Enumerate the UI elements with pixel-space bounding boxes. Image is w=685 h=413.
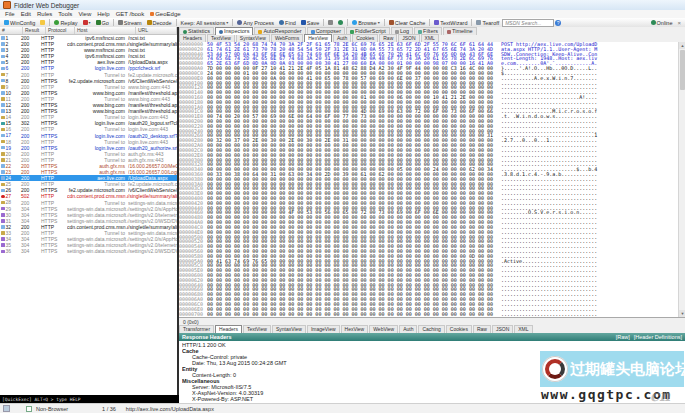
hex-view[interactable]: 0000000050 4F 53 54 20 68 74 74 70 3A 2F… — [179, 42, 678, 317]
session-icon — [1, 103, 5, 107]
toolbar-button-label: Browse — [358, 20, 376, 26]
tab-label: HexView — [345, 326, 365, 333]
tab-timeline[interactable]: Timeline — [443, 27, 477, 35]
scroll-down-icon[interactable]: ▼ — [679, 310, 685, 317]
request-tab-json[interactable]: JSON — [398, 34, 419, 42]
tab-label: TextView — [211, 35, 231, 42]
window-title: Fiddler Web Debugger — [14, 2, 79, 9]
toolbar-button-item[interactable]: ▾ — [81, 20, 93, 25]
request-tab-headers[interactable]: Headers — [179, 34, 206, 42]
menu-item-label: Edit — [21, 11, 31, 17]
request-tab-hexview[interactable]: HexView — [304, 34, 332, 42]
request-tab-cookies[interactable]: Cookies — [352, 34, 378, 42]
autoresponder-icon — [258, 30, 262, 34]
toolbar-button-tearoff[interactable]: Tearoff — [474, 20, 501, 26]
session-count: 1 / 36 — [102, 406, 116, 412]
process-filter-checkbox-icon[interactable] — [26, 406, 32, 412]
response-tab-xml[interactable]: XML — [514, 325, 532, 333]
response-tab-imageview[interactable]: ImageView — [307, 325, 340, 333]
request-tab-webforms[interactable]: WebForms — [271, 34, 303, 42]
response-tab-textview[interactable]: TextView — [243, 325, 271, 333]
scroll-thumb[interactable] — [680, 50, 685, 90]
hex-scrollbar[interactable]: ▲ ▼ — [678, 42, 685, 317]
response-tab-auth[interactable]: Auth — [399, 325, 417, 333]
scroll-up-icon[interactable]: ▲ — [679, 42, 685, 49]
response-headers-link-raw[interactable]: [Raw] — [616, 333, 630, 341]
menu-item-label: File — [5, 11, 15, 17]
session-row[interactable]: 36304HTTPSsettings-win.data.microsoft.co… — [0, 248, 177, 254]
toolbar-button-item[interactable] — [326, 20, 335, 25]
response-tab-syntaxview[interactable]: SyntaxView — [272, 325, 306, 333]
tab-label: Inspectors — [224, 28, 249, 35]
toolbar-button-find[interactable]: Find — [277, 20, 298, 26]
column-header-item[interactable]: # — [0, 27, 23, 34]
hex-row: 0000070000 00 00 00 00 00 00 00 00 00 00… — [179, 312, 678, 317]
menu-item-get-book[interactable]: GET /book — [113, 11, 148, 17]
request-tab-xml[interactable]: XML — [421, 34, 439, 42]
toolbar-button-item[interactable] — [336, 20, 345, 25]
toolbar-button-any-process[interactable]: Any Process — [235, 20, 276, 26]
redirect-icon — [1, 122, 5, 126]
tab-inspectors[interactable]: Inspectors — [215, 27, 253, 35]
online-icon — [651, 20, 656, 25]
response-tab-transformer[interactable]: Transformer — [179, 325, 214, 333]
session-protocol: HTTPS — [41, 248, 67, 254]
tab-label: Auth — [403, 326, 413, 333]
menu-item-view[interactable]: View — [75, 11, 94, 17]
msdn-search-input[interactable]: MSDN Search... — [502, 19, 554, 27]
toolbar-button-browse[interactable]: Browse▾ — [350, 20, 381, 26]
column-header-url[interactable]: URL — [136, 27, 177, 34]
request-tab-textview[interactable]: TextView — [207, 34, 235, 42]
toolbar-button-label: Stream — [124, 20, 142, 26]
online-indicator[interactable]: Online — [649, 20, 675, 26]
response-tab-hexview[interactable]: HexView — [341, 325, 369, 333]
request-tab-syntaxview[interactable]: SyntaxView — [236, 34, 270, 42]
response-tab-json[interactable]: JSON — [492, 325, 513, 333]
fiddlerscript-icon — [350, 30, 354, 34]
toolbar-button-textwizard[interactable]: TextWizard — [432, 20, 469, 26]
request-tab-raw[interactable]: Raw — [379, 34, 397, 42]
request-tab-auth[interactable]: Auth — [333, 34, 351, 42]
session-result: 304 — [21, 248, 41, 254]
toolbar-button-go[interactable]: Go — [94, 20, 111, 26]
column-header-protocol[interactable]: Protocol — [46, 27, 75, 34]
status-bar: Non-Browser 1 / 36 http://aex.live.com/U… — [0, 403, 685, 413]
menu-item-edit[interactable]: Edit — [18, 11, 34, 17]
toolbar-separator — [176, 19, 177, 26]
save-icon — [301, 20, 306, 25]
session-icon — [1, 48, 5, 52]
response-tab-raw[interactable]: Raw — [473, 325, 491, 333]
menu-item-help[interactable]: Help — [94, 11, 112, 17]
timer-icon — [338, 20, 343, 25]
column-header-result[interactable]: Result — [23, 27, 46, 34]
menu-item-rules[interactable]: Rules — [34, 11, 55, 17]
toolbar-button-save[interactable]: Save — [299, 20, 322, 26]
capturing-icon[interactable] — [3, 405, 10, 412]
session-list-header: #ResultProtocolHostURL — [0, 27, 177, 35]
toolbar-button-decode[interactable]: Decode — [145, 20, 174, 26]
response-tab-webview[interactable]: WebView — [369, 325, 398, 333]
close-toolbar-icon[interactable]: × — [675, 20, 683, 26]
process-filter-label[interactable]: Non-Browser — [36, 406, 68, 412]
toolbar-button-replay[interactable]: Replay — [52, 20, 79, 26]
toolbar-button-winconfig[interactable]: WinConfig — [2, 20, 37, 26]
toolbar-button-label: Keep: All sessions — [181, 20, 226, 26]
session-rows: 1200HTTPipv6.msftncsi.com/ncsi.txt2200HT… — [0, 35, 177, 395]
toolbar-button-stream[interactable]: Stream — [116, 20, 144, 26]
tab-label: Raw — [383, 35, 393, 42]
toolbar-button-keep-all-sessions[interactable]: Keep: All sessions▾ — [179, 20, 231, 26]
toolbar-button-clear-cache[interactable]: Clear Cache — [387, 20, 428, 26]
toolbar-button-item[interactable] — [38, 20, 47, 25]
menu-item-geoedge[interactable]: GeoEdge — [147, 11, 183, 17]
response-headers-link-header-definitions[interactable]: [Header Definitions] — [634, 333, 682, 341]
column-header-host[interactable]: Host — [75, 27, 136, 34]
menu-item-tools[interactable]: Tools — [55, 11, 75, 17]
help-icon[interactable]: ? — [555, 20, 561, 26]
toolbar-button-label: TextWizard — [440, 20, 467, 26]
lock-icon — [1, 128, 5, 132]
response-tab-headers[interactable]: Headers — [215, 325, 242, 333]
response-tab-cookies[interactable]: Cookies — [446, 325, 472, 333]
menu-item-file[interactable]: File — [2, 11, 18, 17]
cache-icon — [1, 237, 5, 241]
response-tab-caching[interactable]: Caching — [418, 325, 444, 333]
